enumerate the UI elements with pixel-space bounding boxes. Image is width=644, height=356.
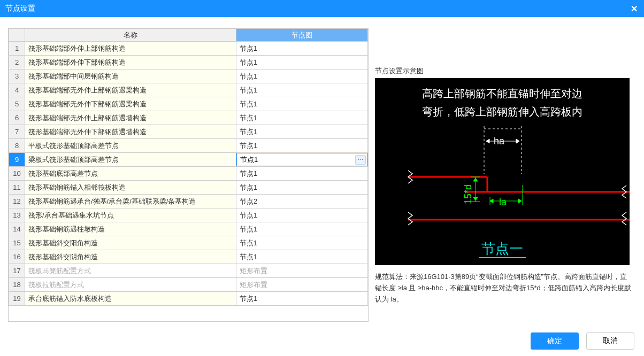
row-node[interactable]: ⋯ <box>236 153 368 167</box>
row-name: 筏形基础斜交阳角构造 <box>25 236 236 250</box>
row-index: 9 <box>9 153 25 167</box>
table-row[interactable]: 11筏形基础钢筋锚入相邻筏板构造节点1 <box>9 181 368 195</box>
row-index: 2 <box>9 56 25 69</box>
window-title: 节点设置 <box>5 4 35 13</box>
row-name: 筏形基础斜交阴角构造 <box>25 250 236 264</box>
row-node[interactable]: 节点1 <box>236 139 368 153</box>
ellipsis-icon[interactable]: ⋯ <box>355 155 366 165</box>
row-node[interactable]: 节点1 <box>236 125 368 139</box>
node-table: 名称 节点图 1筏形基础端部外伸上部钢筋构造节点12筏形基础端部外伸下部钢筋构造… <box>9 28 368 306</box>
row-name: 承台底筋锚入防水底板构造 <box>25 292 236 306</box>
row-index: 4 <box>9 83 25 97</box>
row-name: 梁板式筏形基础顶部高差节点 <box>25 153 236 167</box>
row-name: 筏形基础端部无外伸下部钢筋遇墙构造 <box>25 125 236 139</box>
col-node-header[interactable]: 节点图 <box>236 29 368 42</box>
col-index-header <box>9 29 25 42</box>
la-label: la <box>499 197 507 207</box>
ha-label: ha <box>494 136 505 146</box>
table-panel: 名称 节点图 1筏形基础端部外伸上部钢筋构造节点12筏形基础端部外伸下部钢筋构造… <box>8 28 369 322</box>
table-row[interactable]: 14筏形基础钢筋遇柱墩构造节点1 <box>9 222 368 236</box>
row-node[interactable]: 节点1 <box>236 167 368 181</box>
spec-text: 规范算法：来源16G101-3第89页“变截面部位钢筋构造”节点。高跨面筋直锚时… <box>375 272 632 305</box>
row-node[interactable]: 节点1 <box>236 236 368 250</box>
ok-button[interactable]: 确定 <box>531 332 579 350</box>
row-name: 筏形基础端部无外伸下部钢筋遇梁构造 <box>25 97 236 111</box>
row-node[interactable]: 节点1 <box>236 83 368 97</box>
row-name: 筏板拉筋配置方式 <box>25 278 236 292</box>
row-name: 平板式筏形基础顶部高差节点 <box>25 139 236 153</box>
table-row[interactable]: 2筏形基础端部外伸下部钢筋构造节点1 <box>9 56 368 69</box>
table-row[interactable]: 5筏形基础端部无外伸下部钢筋遇梁构造节点1 <box>9 97 368 111</box>
row-name: 筏形基础底部高差节点 <box>25 167 236 181</box>
table-row[interactable]: 7筏形基础端部无外伸下部钢筋遇墙构造节点1 <box>9 125 368 139</box>
table-row[interactable]: 12筏形基础钢筋遇承台/独基/承台梁/基础联系梁/条基构造节点2 <box>9 195 368 208</box>
row-index: 7 <box>9 125 25 139</box>
row-name: 筏板马凳筋配置方式 <box>25 264 236 278</box>
row-node[interactable]: 节点1 <box>236 208 368 222</box>
row-name: 筏形/承台基础遇集水坑节点 <box>25 208 236 222</box>
table-row[interactable]: 3筏形基础端部中间层钢筋构造节点1 <box>9 69 368 83</box>
table-row[interactable]: 15筏形基础斜交阳角构造节点1 <box>9 236 368 250</box>
row-name: 筏形基础端部外伸上部钢筋构造 <box>25 42 236 56</box>
row-name: 筏形基础端部无外伸上部钢筋遇梁构造 <box>25 83 236 97</box>
preview-panel: 节点设置示意图 高跨上部钢筋不能直锚时伸至对边 弯折，低跨上部钢筋伸入高跨板内 … <box>375 28 632 322</box>
table-row[interactable]: 19承台底筋锚入防水底板构造节点1 <box>9 292 368 306</box>
footer: 确定 取消 <box>531 332 634 350</box>
row-node[interactable]: 节点1 <box>236 222 368 236</box>
row-index: 6 <box>9 111 25 125</box>
row-index: 15 <box>9 236 25 250</box>
titlebar: 节点设置 ✕ <box>0 0 644 17</box>
row-index: 11 <box>9 181 25 195</box>
row-index: 1 <box>9 42 25 56</box>
table-row[interactable]: 13筏形/承台基础遇集水坑节点节点1 <box>9 208 368 222</box>
row-index: 16 <box>9 250 25 264</box>
diagram: 高跨上部钢筋不能直锚时伸至对边 弯折，低跨上部钢筋伸入高跨板内 ha <box>375 78 630 265</box>
table-row[interactable]: 18筏板拉筋配置方式矩形布置 <box>9 278 368 292</box>
row-index: 14 <box>9 222 25 236</box>
row-name: 筏形基础钢筋锚入相邻筏板构造 <box>25 181 236 195</box>
row-node[interactable]: 节点1 <box>236 97 368 111</box>
col-name-header: 名称 <box>25 29 236 42</box>
table-row[interactable]: 1筏形基础端部外伸上部钢筋构造节点1 <box>9 42 368 56</box>
row-name: 筏形基础端部外伸下部钢筋构造 <box>25 56 236 69</box>
table-row[interactable]: 4筏形基础端部无外伸上部钢筋遇梁构造节点1 <box>9 83 368 97</box>
row-index: 13 <box>9 208 25 222</box>
row-node[interactable]: 矩形布置 <box>236 264 368 278</box>
table-row[interactable]: 16筏形基础斜交阴角构造节点1 <box>9 250 368 264</box>
row-node[interactable]: 节点2 <box>236 195 368 208</box>
row-index: 12 <box>9 195 25 208</box>
table-row[interactable]: 6筏形基础端部无外伸上部钢筋遇墙构造节点1 <box>9 111 368 125</box>
row-index: 3 <box>9 69 25 83</box>
row-node[interactable]: 节点1 <box>236 56 368 69</box>
table-row[interactable]: 8平板式筏形基础顶部高差节点节点1 <box>9 139 368 153</box>
node-input[interactable] <box>240 153 355 166</box>
row-name: 筏形基础钢筋遇承台/独基/承台梁/基础联系梁/条基构造 <box>25 195 236 208</box>
diagram-svg: ha l <box>375 78 630 265</box>
row-index: 17 <box>9 264 25 278</box>
row-index: 8 <box>9 139 25 153</box>
row-name: 筏形基础端部中间层钢筋构造 <box>25 69 236 83</box>
dim-label: 15*d <box>463 184 473 204</box>
row-node[interactable]: 节点1 <box>236 42 368 56</box>
cancel-button[interactable]: 取消 <box>586 332 634 350</box>
content-area: 名称 节点图 1筏形基础端部外伸上部钢筋构造节点12筏形基础端部外伸下部钢筋构造… <box>0 17 644 322</box>
close-icon[interactable]: ✕ <box>629 4 639 13</box>
table-row[interactable]: 10筏形基础底部高差节点节点1 <box>9 167 368 181</box>
row-index: 10 <box>9 167 25 181</box>
row-node[interactable]: 节点1 <box>236 69 368 83</box>
row-node[interactable]: 节点1 <box>236 292 368 306</box>
table-row[interactable]: 9梁板式筏形基础顶部高差节点⋯ <box>9 153 368 167</box>
table-row[interactable]: 17筏板马凳筋配置方式矩形布置 <box>9 264 368 278</box>
row-node[interactable]: 节点1 <box>236 111 368 125</box>
row-node[interactable]: 节点1 <box>236 181 368 195</box>
row-name: 筏形基础钢筋遇柱墩构造 <box>25 222 236 236</box>
row-name: 筏形基础端部无外伸上部钢筋遇墙构造 <box>25 111 236 125</box>
row-node[interactable]: 矩形布置 <box>236 278 368 292</box>
diagram-caption: 节点一 <box>481 241 523 257</box>
row-index: 19 <box>9 292 25 306</box>
row-index: 5 <box>9 97 25 111</box>
row-index: 18 <box>9 278 25 292</box>
row-node[interactable]: 节点1 <box>236 250 368 264</box>
preview-title: 节点设置示意图 <box>375 66 632 76</box>
